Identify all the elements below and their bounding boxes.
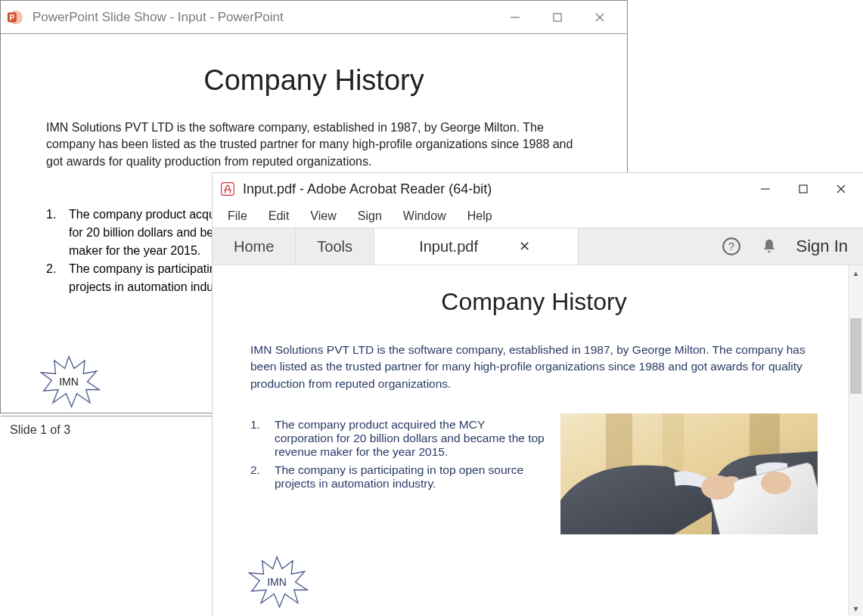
svg-point-21 bbox=[761, 472, 791, 494]
tab-home[interactable]: Home bbox=[213, 228, 296, 265]
vertical-scrollbar[interactable]: ▲ ▼ bbox=[848, 265, 863, 616]
acrobat-app-icon bbox=[220, 181, 235, 197]
document-tab-label: Input.pdf bbox=[419, 238, 478, 255]
pdf-heading: Company History bbox=[250, 288, 818, 316]
maximize-button[interactable] bbox=[784, 175, 822, 203]
pdf-list: 1. The company product acquired the MCY … bbox=[250, 413, 545, 534]
powerpoint-app-icon: P bbox=[7, 9, 23, 26]
scroll-thumb[interactable] bbox=[850, 318, 861, 394]
powerpoint-title: PowerPoint Slide Show - Input - PowerPoi… bbox=[33, 10, 284, 25]
starburst-label: IMN bbox=[243, 556, 311, 608]
help-icon[interactable]: ? bbox=[721, 236, 742, 257]
menu-file[interactable]: File bbox=[217, 207, 258, 225]
minimize-button[interactable] bbox=[747, 175, 784, 203]
acrobat-menubar: File Edit View Sign Window Help bbox=[213, 205, 863, 228]
svg-text:P: P bbox=[10, 13, 15, 21]
slide-heading: Company History bbox=[46, 64, 582, 97]
svg-rect-10 bbox=[799, 185, 807, 193]
svg-text:?: ? bbox=[728, 240, 734, 252]
menu-sign[interactable]: Sign bbox=[347, 207, 393, 225]
acrobat-tabbar: Home Tools Input.pdf ✕ ? Sign In bbox=[213, 228, 863, 265]
acrobat-titlebar: Input.pdf - Adobe Acrobat Reader (64-bit… bbox=[213, 173, 863, 205]
starburst-shape: IMN bbox=[243, 556, 311, 608]
document-tab-close-icon[interactable]: ✕ bbox=[516, 238, 533, 255]
svg-rect-4 bbox=[554, 14, 561, 21]
maximize-button[interactable] bbox=[536, 2, 579, 33]
menu-help[interactable]: Help bbox=[457, 207, 503, 225]
minimize-button[interactable] bbox=[494, 2, 536, 33]
menu-edit[interactable]: Edit bbox=[258, 207, 300, 225]
menu-view[interactable]: View bbox=[300, 207, 346, 225]
list-item: 2. The company is participating in top o… bbox=[250, 463, 545, 491]
list-item: 1. The company product acquired the MCY … bbox=[250, 418, 545, 459]
starburst-label: IMN bbox=[35, 355, 103, 408]
notifications-bell-icon[interactable] bbox=[759, 236, 780, 257]
sign-in-button[interactable]: Sign In bbox=[796, 237, 849, 256]
close-button[interactable] bbox=[822, 175, 860, 203]
acrobat-toolbar-right: ? Sign In bbox=[713, 228, 864, 265]
starburst-shape: IMN bbox=[35, 355, 103, 408]
scroll-up-icon[interactable]: ▲ bbox=[849, 265, 863, 280]
slide-counter: Slide 1 of 3 bbox=[10, 423, 70, 437]
powerpoint-titlebar: P PowerPoint Slide Show - Input - PowerP… bbox=[1, 1, 627, 34]
tab-document[interactable]: Input.pdf ✕ bbox=[374, 228, 579, 265]
pdf-embedded-image bbox=[560, 413, 818, 534]
close-button[interactable] bbox=[579, 2, 621, 33]
acrobat-window: Input.pdf - Adobe Acrobat Reader (64-bit… bbox=[213, 173, 863, 616]
acrobat-title: Input.pdf - Adobe Acrobat Reader (64-bit… bbox=[243, 181, 492, 197]
acrobat-document-viewport[interactable]: Company History IMN Solutions PVT LTD is… bbox=[213, 265, 848, 616]
tab-tools[interactable]: Tools bbox=[296, 228, 374, 265]
slide-paragraph: IMN Solutions PVT LTD is the software co… bbox=[46, 119, 582, 170]
scroll-down-icon[interactable]: ▼ bbox=[849, 601, 863, 616]
pdf-paragraph: IMN Solutions PVT LTD is the software co… bbox=[250, 342, 818, 392]
menu-window[interactable]: Window bbox=[393, 207, 457, 225]
